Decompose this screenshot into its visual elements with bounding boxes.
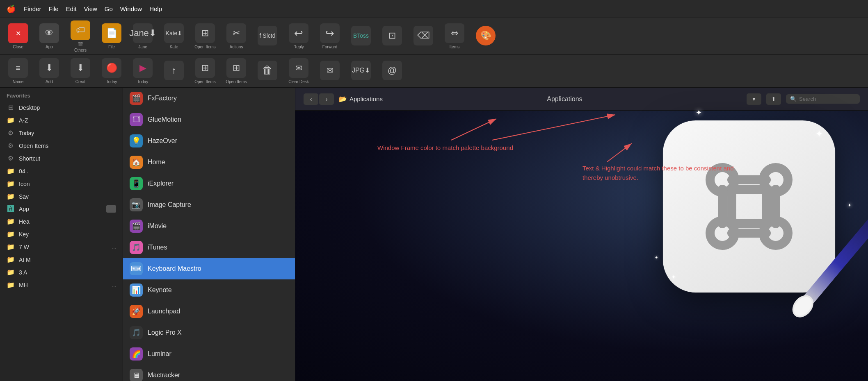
menu-file[interactable]: File xyxy=(49,5,59,12)
app-list-item-image-capture[interactable]: 📷 Image Capture xyxy=(123,194,295,215)
btoss-button[interactable]: BToss xyxy=(346,20,376,53)
app-list-item-home[interactable]: 🏠 Home xyxy=(123,152,295,173)
open-items-icon: ⊞ xyxy=(195,23,215,43)
today1-button[interactable]: 🔴 Today xyxy=(97,55,126,88)
open-items2-button[interactable]: ⊞ Open Items xyxy=(190,55,220,88)
sidebar-item-app[interactable]: 🅰 App xyxy=(0,203,123,215)
forward-label: Forward xyxy=(322,45,338,49)
mactracker-icon: 🖥 xyxy=(130,369,143,381)
sidebar-item-icon[interactable]: 📁 Icon xyxy=(0,177,123,190)
content-topbar: ‹ › 📂 Applications Applications ▼ ⬆ xyxy=(295,88,868,111)
menu-window[interactable]: Window xyxy=(120,5,142,12)
menu-help[interactable]: Help xyxy=(149,5,162,12)
today2-button[interactable]: ▶ Today xyxy=(128,55,158,88)
close-button[interactable]: ✕ Close xyxy=(3,20,33,53)
sidebar-item-aim[interactable]: 📁 AI M xyxy=(0,253,123,266)
back-button[interactable]: ‹ xyxy=(304,93,318,105)
app-list-item-logic-pro[interactable]: 🎵 Logic Pro X xyxy=(123,322,295,343)
hazeover-label: HazeOver xyxy=(148,137,177,145)
sidebar-item-3a[interactable]: 📁 3 A xyxy=(0,266,123,279)
app-list-item-iexplorer[interactable]: 📱 iExplorer xyxy=(123,173,295,194)
app-list-item-mactracker[interactable]: 🖥 Mactracker xyxy=(123,365,295,381)
forward-button[interactable]: ↪ Forward xyxy=(315,20,345,53)
open-items-button[interactable]: ⊞ Open Items xyxy=(190,20,220,53)
keynote-icon: 📊 xyxy=(130,283,143,297)
menu-go[interactable]: Go xyxy=(105,5,113,12)
sidebar-item-hea[interactable]: 📁 Hea xyxy=(0,215,123,228)
app-list-item-fxfactory[interactable]: 🎬 FxFactory xyxy=(123,88,295,109)
sidebar-item-sav[interactable]: 📁 Sav xyxy=(0,190,123,203)
email-button[interactable]: ✉ xyxy=(315,55,345,88)
logic-pro-icon: 🎵 xyxy=(130,326,143,339)
items-button[interactable]: ⇔ Items xyxy=(440,20,469,53)
app-button[interactable]: 👁 App xyxy=(34,20,64,53)
btoss-icon: BToss xyxy=(351,26,371,45)
name-button[interactable]: ≡ Name xyxy=(3,55,33,88)
sidebar-item-mh[interactable]: 📁 MH ... xyxy=(0,279,123,291)
others-button[interactable]: 🏷 🎬 Others xyxy=(66,20,95,53)
sparkle-right: ✦ xyxy=(847,202,852,208)
actions-button[interactable]: ✂ Actions xyxy=(222,20,251,53)
view-dropdown-button[interactable]: ▼ xyxy=(747,93,761,105)
az-icon: 📁 xyxy=(7,116,15,124)
menu-finder[interactable]: Finder xyxy=(24,5,41,12)
app-list-item-gluemotion[interactable]: 🎞 GlueMotion xyxy=(123,109,295,130)
creat-label: Creat xyxy=(75,79,85,84)
close-label: Close xyxy=(13,45,23,49)
sidebar-item-open-items[interactable]: ⚙ Open Items xyxy=(0,139,123,152)
app-list-item-luminar[interactable]: 🌈 Luminar xyxy=(123,343,295,365)
sidebar-item-key[interactable]: 📁 Key xyxy=(0,228,123,240)
apple-menu[interactable]: 🍎 xyxy=(7,5,16,14)
sidebar-item-shortcut[interactable]: ⚙ Shortcut xyxy=(0,152,123,165)
app-list-item-imovie[interactable]: 🎬 iMovie xyxy=(123,215,295,237)
trash-icon: 🗑 xyxy=(258,61,277,80)
up-arrow-button[interactable]: ↑ xyxy=(159,55,189,88)
trash-button[interactable]: 🗑 xyxy=(253,55,282,88)
jane-button[interactable]: Jane⬇ Jane xyxy=(128,20,158,53)
app-list-item-keyboard-maestro[interactable]: ⌨ Keyboard Maestro xyxy=(123,258,295,279)
open-items3-button[interactable]: ⊞ Open Items xyxy=(222,55,251,88)
creat-button[interactable]: ⬇ Creat xyxy=(66,55,95,88)
search-input[interactable] xyxy=(799,96,848,102)
gluemotion-label: GlueMotion xyxy=(148,116,181,123)
app-list-item-keynote[interactable]: 📊 Keynote xyxy=(123,279,295,301)
sidebar-item-7w[interactable]: 📁 7 W ... xyxy=(0,240,123,253)
sidebar-item-az[interactable]: 📁 A-Z xyxy=(0,114,123,127)
open-items2-icon: ⊞ xyxy=(195,58,215,78)
menu-edit[interactable]: Edit xyxy=(66,5,77,12)
app-list-item-itunes[interactable]: 🎵 iTunes xyxy=(123,237,295,258)
file-icon: 📄 xyxy=(102,23,121,43)
app-list-item-hazeover[interactable]: 💡 HazeOver xyxy=(123,130,295,152)
sparkle-left: ✦ xyxy=(655,255,658,260)
search-icon: 🔍 xyxy=(790,96,797,102)
clear-icon-button[interactable]: ⌫ xyxy=(409,20,438,53)
sidebar-item-desktop[interactable]: ⊞ Desktop xyxy=(0,101,123,114)
applications-header-label: Applications xyxy=(547,95,582,103)
kate-button[interactable]: Kate⬇ Kate xyxy=(159,20,189,53)
forward-nav-button[interactable]: › xyxy=(319,93,334,105)
jpg-button[interactable]: JPG⬇ xyxy=(346,55,376,88)
fslctd-button[interactable]: f Slctd xyxy=(253,20,282,53)
image-capture-icon: 📷 xyxy=(130,198,143,211)
palette-button[interactable]: 🎨 xyxy=(471,20,500,53)
app-icon: 👁 xyxy=(39,23,59,43)
sidebar-icon-label: Icon xyxy=(19,181,30,187)
sidebar-key-label: Key xyxy=(19,231,29,238)
reply-button[interactable]: ↩ Reply xyxy=(284,20,313,53)
app-list-item-launchpad[interactable]: 🚀 Launchpad xyxy=(123,301,295,322)
sidebar-aim-label: AI M xyxy=(19,256,31,263)
folder-icon-icon: 📁 xyxy=(7,180,15,188)
sidebar-item-today[interactable]: ⚙ Today xyxy=(0,127,123,139)
menu-view[interactable]: View xyxy=(84,5,97,12)
sidebar-item-04[interactable]: 📁 04 . xyxy=(0,165,123,177)
mailto-button[interactable]: @ xyxy=(377,55,407,88)
luminar-icon: 🌈 xyxy=(130,347,143,361)
folder-hea-icon: 📁 xyxy=(7,218,15,225)
file-button[interactable]: 📄 File xyxy=(97,20,126,53)
breadcrumb: 📂 Applications xyxy=(339,95,383,103)
app-badge xyxy=(106,205,116,213)
clear-desk-button[interactable]: ✉ Clear Desk xyxy=(284,55,313,88)
split-button[interactable]: ⊡ xyxy=(377,20,407,53)
share-button[interactable]: ⬆ xyxy=(766,93,781,105)
add-button[interactable]: ⬇ Add xyxy=(34,55,64,88)
